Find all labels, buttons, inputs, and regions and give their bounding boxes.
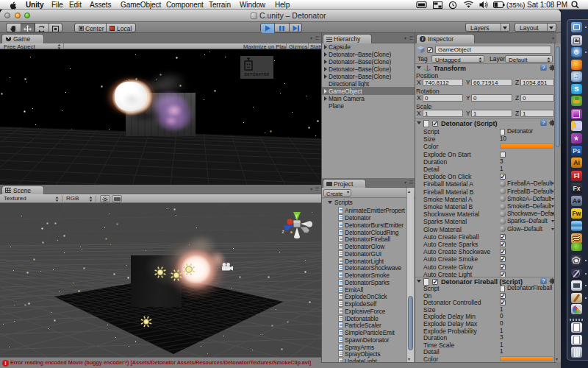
svg-text:z: z <box>282 229 284 234</box>
